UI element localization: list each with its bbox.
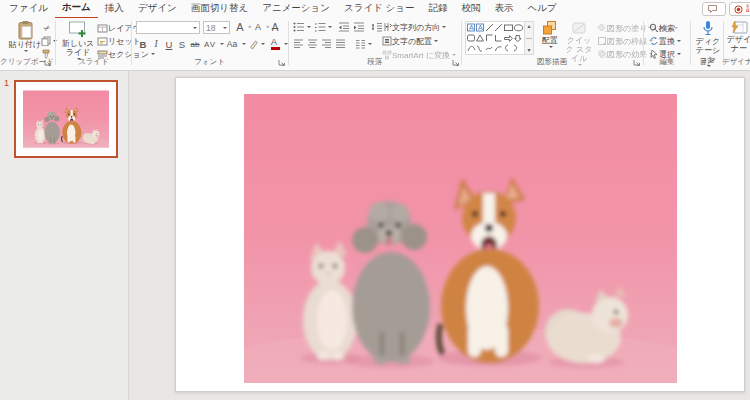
pen-caret-icon bbox=[261, 43, 265, 47]
drawing-dialog-launcher-icon[interactable] bbox=[633, 59, 641, 67]
text-shadow-button[interactable]: S bbox=[176, 38, 190, 50]
numbering-button[interactable] bbox=[314, 21, 332, 33]
tab-insert[interactable]: 挿入 bbox=[98, 0, 131, 18]
slide-1-thumbnail[interactable] bbox=[14, 80, 118, 158]
designer-button[interactable]: デザイナー bbox=[726, 20, 750, 53]
paste-caret-icon bbox=[24, 50, 28, 54]
reset-button[interactable]: リセット bbox=[97, 35, 141, 47]
paragraph-group-label: 段落 bbox=[289, 57, 461, 67]
justify-icon bbox=[335, 39, 346, 49]
decrease-indent-button[interactable] bbox=[338, 21, 350, 33]
italic-button[interactable]: I bbox=[150, 38, 164, 50]
columns-button[interactable] bbox=[355, 38, 372, 50]
change-case-button[interactable]: Aa bbox=[226, 38, 246, 50]
ribbon: 貼り付け ✂ クリップボード 新しいスライド レイアウト リセット セクション … bbox=[0, 18, 750, 71]
highlight-pen-button[interactable] bbox=[248, 38, 265, 50]
svg-text:A: A bbox=[478, 24, 483, 31]
increase-indent-icon bbox=[353, 22, 365, 32]
justify-button[interactable] bbox=[335, 38, 346, 50]
align-right-icon bbox=[321, 39, 332, 49]
spacing-caret-icon bbox=[220, 43, 224, 47]
font-size-combobox[interactable]: 18 bbox=[203, 21, 230, 34]
arrange-icon bbox=[542, 20, 558, 36]
increase-indent-button[interactable] bbox=[353, 21, 365, 33]
tab-animations[interactable]: アニメーション bbox=[255, 0, 337, 18]
clear-formatting-button[interactable]: A bbox=[269, 21, 283, 33]
bold-button[interactable]: B bbox=[137, 38, 151, 50]
replace-label: 置換 bbox=[659, 36, 675, 47]
record-dot-icon bbox=[734, 5, 743, 14]
tab-file[interactable]: ファイル bbox=[2, 0, 55, 18]
font-name-combobox[interactable] bbox=[136, 21, 200, 34]
tab-help[interactable]: ヘルプ bbox=[521, 0, 564, 18]
align-text-button[interactable]: 文字の配置 bbox=[382, 35, 438, 47]
microphone-icon bbox=[702, 20, 714, 37]
character-spacing-button[interactable]: AV bbox=[204, 38, 224, 50]
columns-icon bbox=[355, 39, 366, 49]
tab-slideshow[interactable]: スライド ショー bbox=[337, 0, 421, 18]
shape-gallery-scrollbar[interactable]: ▴ — ▾ bbox=[525, 21, 534, 55]
align-center-button[interactable] bbox=[307, 38, 318, 50]
shape-outline-label: 図形の枠線 bbox=[607, 36, 647, 47]
font-dialog-launcher-icon[interactable] bbox=[278, 59, 286, 67]
layout-icon bbox=[97, 24, 108, 33]
grow-font-arrow-icon: ˄ bbox=[248, 24, 252, 30]
bullets-caret-icon bbox=[307, 26, 311, 30]
bullets-button[interactable] bbox=[293, 21, 311, 33]
font-name-caret-icon bbox=[193, 27, 197, 31]
find-button[interactable]: 検索 bbox=[649, 22, 675, 34]
strikethrough-button[interactable]: ab bbox=[189, 38, 203, 50]
paste-button[interactable]: 貼り付け bbox=[8, 20, 42, 53]
numbering-caret-icon bbox=[328, 26, 332, 30]
numbering-icon bbox=[314, 22, 326, 32]
comments-button[interactable] bbox=[702, 2, 726, 16]
designer-group-label: デザイナー bbox=[722, 57, 750, 67]
text-direction-label: 文字列の方向 bbox=[392, 22, 440, 33]
paragraph-dialog-launcher-icon[interactable] bbox=[452, 59, 460, 67]
find-label: 検索 bbox=[659, 23, 675, 34]
text-direction-button[interactable]: 文字列の方向 bbox=[382, 21, 446, 33]
shrink-font-button[interactable]: A˅ bbox=[252, 21, 270, 33]
slide-number: 1 bbox=[4, 78, 9, 88]
grow-font-button[interactable]: A˄ bbox=[234, 21, 252, 33]
tab-review[interactable]: 校閲 bbox=[455, 0, 488, 18]
replace-icon bbox=[649, 36, 659, 46]
align-right-button[interactable] bbox=[321, 38, 332, 50]
workspace: 1 bbox=[0, 71, 750, 400]
align-text-label: 文字の配置 bbox=[392, 36, 432, 47]
highlight-pen-icon bbox=[248, 39, 259, 50]
tab-home[interactable]: ホーム bbox=[55, 0, 98, 19]
shape-outline-icon bbox=[597, 36, 607, 46]
pets-photo[interactable] bbox=[244, 94, 677, 383]
voice-group-label: 音声 bbox=[691, 57, 723, 67]
columns-caret-icon bbox=[368, 43, 372, 47]
font-color-button[interactable]: A bbox=[268, 38, 288, 50]
text-direction-icon bbox=[382, 22, 392, 32]
slide-canvas[interactable] bbox=[175, 77, 745, 392]
bullets-icon bbox=[293, 22, 305, 32]
shape-gallery[interactable]: A A bbox=[465, 21, 525, 55]
arrange-button[interactable]: 配置 bbox=[538, 20, 562, 49]
font-group-label: フォント bbox=[132, 57, 287, 67]
text-direction-caret-icon bbox=[442, 26, 446, 30]
arrange-caret-icon bbox=[549, 46, 553, 50]
tab-design[interactable]: デザイン bbox=[131, 0, 184, 18]
tab-transitions[interactable]: 画面切り替え bbox=[184, 0, 255, 18]
gallery-more-icon: ▾ bbox=[527, 47, 530, 53]
tab-record[interactable]: 記録 bbox=[422, 0, 455, 18]
reset-label: リセット bbox=[108, 36, 141, 47]
record-button[interactable]: 記録 bbox=[729, 2, 750, 16]
arrange-label: 配置 bbox=[542, 36, 558, 45]
cut-button[interactable]: ✂ bbox=[41, 22, 55, 34]
new-slide-button[interactable]: 新しいスライド bbox=[60, 20, 96, 61]
replace-button[interactable]: 置換 bbox=[649, 35, 681, 47]
editing-group-label: 編集 bbox=[644, 57, 690, 67]
underline-button[interactable]: U bbox=[163, 38, 177, 50]
shape-outline-button[interactable]: 図形の枠線 bbox=[597, 35, 653, 47]
gallery-divider: — bbox=[526, 35, 532, 41]
clipboard-dialog-launcher-icon[interactable] bbox=[44, 59, 52, 67]
editor-canvas[interactable] bbox=[130, 71, 750, 400]
align-left-button[interactable] bbox=[293, 38, 304, 50]
designer-icon bbox=[730, 20, 748, 35]
tab-view[interactable]: 表示 bbox=[488, 0, 521, 18]
